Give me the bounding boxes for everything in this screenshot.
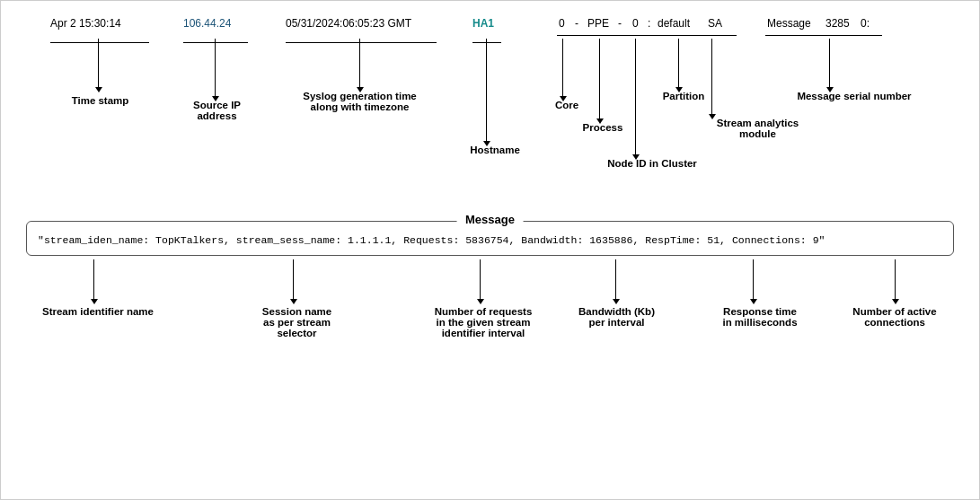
bottom-section: Stream identifier name Session nameas pe… bbox=[23, 259, 957, 403]
timestamp-label: Time stamp bbox=[49, 95, 152, 106]
serial-number-value: 3285 bbox=[825, 17, 850, 30]
serial-arrow bbox=[829, 39, 830, 88]
connections-label: Number of activeconnections bbox=[836, 306, 953, 328]
core-label: Core bbox=[540, 100, 594, 110]
sa-label: Stream analyticsmodule bbox=[697, 118, 818, 139]
serial-label: Message serial number bbox=[787, 91, 922, 101]
colon1: : bbox=[648, 17, 650, 30]
stream-iden-label: Stream identifier name bbox=[40, 306, 156, 317]
requests-arrow bbox=[480, 259, 481, 300]
requests-label: Number of requestsin the given streamide… bbox=[416, 306, 551, 338]
message-word-value: Message bbox=[767, 17, 811, 30]
message-title: Message bbox=[456, 213, 524, 226]
process-arrow bbox=[599, 39, 600, 119]
ppe-value: PPE bbox=[587, 17, 609, 30]
nodeid-arrow bbox=[635, 39, 636, 155]
sess-name-label: Session nameas per streamselector bbox=[241, 306, 353, 338]
sa-value: SA bbox=[708, 17, 722, 30]
hostname-label: Hostname bbox=[455, 145, 535, 155]
partition-label: Partition bbox=[652, 91, 715, 101]
hostname-arrow bbox=[486, 39, 487, 142]
syslog-arrow bbox=[359, 39, 360, 88]
dash2: - bbox=[618, 17, 622, 30]
partition-arrow bbox=[678, 39, 679, 88]
sa-arrow bbox=[711, 39, 712, 115]
nodeid-label: Node ID in Cluster bbox=[589, 158, 715, 169]
bandwidth-arrow bbox=[615, 259, 616, 300]
dash1: - bbox=[575, 17, 578, 30]
connections-arrow bbox=[895, 259, 896, 300]
process-value: 0 bbox=[632, 17, 639, 30]
source-ip-label: Source IPaddress bbox=[174, 100, 260, 121]
resptime-arrow bbox=[753, 259, 754, 300]
timestamp-arrow bbox=[98, 39, 99, 88]
zero-colon-value: 0: bbox=[861, 17, 870, 30]
source-ip-arrow bbox=[215, 39, 216, 97]
sess-name-arrow bbox=[293, 259, 294, 300]
top-section: Apr 2 15:30:14 Time stamp 106.44.24 Sour… bbox=[23, 10, 957, 216]
syslog-label: Syslog generation timealong with timezon… bbox=[277, 91, 443, 112]
message-content: "stream_iden_name: TopKTalkers, stream_s… bbox=[27, 222, 953, 255]
syslog-time-value: 05/31/2024:06:05:23 GMT bbox=[286, 17, 411, 30]
default-value: default bbox=[658, 17, 690, 30]
core-value: 0 bbox=[559, 17, 565, 30]
bandwidth-label: Bandwidth (Kb)per interval bbox=[561, 306, 673, 328]
timestamp-value: Apr 2 15:30:14 bbox=[50, 17, 121, 30]
stream-iden-arrow bbox=[93, 259, 94, 300]
source-ip-value: 106.44.24 bbox=[183, 17, 231, 30]
process-label: Process bbox=[571, 122, 634, 133]
main-container: Apr 2 15:30:14 Time stamp 106.44.24 Sour… bbox=[0, 0, 980, 500]
hostname-value: HA1 bbox=[472, 17, 494, 30]
message-section: Message "stream_iden_name: TopKTalkers, … bbox=[26, 221, 954, 256]
core-arrow bbox=[562, 39, 563, 97]
resptime-label: Response timein milliseconds bbox=[702, 306, 818, 328]
